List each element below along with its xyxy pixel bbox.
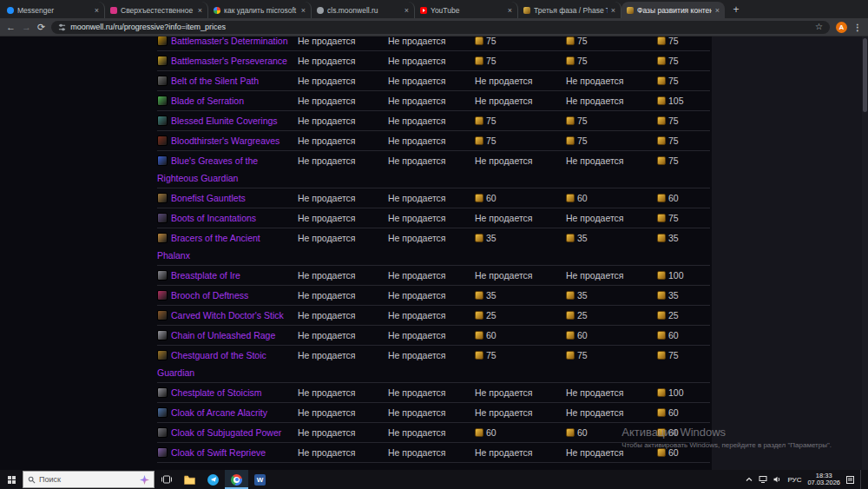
table-row: Blade of SerrationНе продаетсяНе продает… xyxy=(157,91,710,111)
tab-close-icon[interactable]: × xyxy=(95,6,99,15)
price-cell: 75 xyxy=(566,112,657,129)
item-icon xyxy=(157,36,168,46)
tray-expand-icon[interactable] xyxy=(746,477,753,482)
tab-title: Третья фаза / Phase Three - Н xyxy=(534,6,608,15)
gold-coin-icon xyxy=(566,311,575,320)
item-link[interactable]: Brooch of Deftness xyxy=(171,290,248,301)
tab-close-icon[interactable]: × xyxy=(198,6,202,15)
not-for-sale-cell: Не продается xyxy=(475,209,566,227)
bookmark-star-icon[interactable]: ☆ xyxy=(815,23,823,31)
item-link[interactable]: Blue's Greaves of the Righteous Guardian xyxy=(157,155,258,183)
chrome-button[interactable] xyxy=(225,470,248,489)
item-link[interactable]: Bracers of the Ancient Phalanx xyxy=(157,233,260,261)
start-button[interactable] xyxy=(0,470,23,489)
gold-coin-icon xyxy=(657,96,666,105)
browser-tab[interactable]: Сверхъестественное 14 сезон× xyxy=(105,2,208,18)
browser-tab[interactable]: как удалить microsoft teams -× xyxy=(208,2,312,18)
task-view-button[interactable] xyxy=(155,470,178,489)
item-link[interactable]: Cloak of Arcane Alacrity xyxy=(171,407,267,418)
table-row: Breastplate of IreНе продаетсяНе продает… xyxy=(157,266,710,286)
scrollbar-thumb[interactable] xyxy=(863,38,867,112)
item-link[interactable]: Battlemaster's Perseverance xyxy=(171,56,287,66)
browser-tab[interactable]: YouTube× xyxy=(415,2,518,18)
browser-tab[interactable]: cls.moonwell.ru× xyxy=(312,2,415,18)
new-tab-button[interactable]: + xyxy=(728,2,744,17)
gold-coin-icon xyxy=(657,136,666,145)
gold-coin-icon xyxy=(475,291,483,300)
word-button[interactable]: W xyxy=(248,470,272,489)
not-for-sale-cell: Не продается xyxy=(298,132,388,149)
item-link[interactable]: Carved Witch Doctor's Stick xyxy=(171,310,284,320)
price-cell: 100 xyxy=(657,267,710,284)
address-bar[interactable]: moonwell.ru/ru/progressive?info=item_pri… xyxy=(51,21,830,34)
gold-coin-icon xyxy=(475,36,483,45)
wow-favicon-icon xyxy=(627,7,634,14)
item-link[interactable]: Breastplate of Ire xyxy=(171,270,240,281)
item-link[interactable]: Chestplate of Stoicism xyxy=(171,387,261,398)
item-link[interactable]: Blade of Serration xyxy=(171,96,244,106)
item-link[interactable]: Bloodthirster's Wargreaves xyxy=(171,135,279,146)
item-link[interactable]: Blessed Elunite Coverings xyxy=(171,116,278,126)
gold-coin-icon xyxy=(657,311,666,320)
item-link[interactable]: Bonefist Gauntlets xyxy=(171,193,246,203)
gold-coin-icon xyxy=(657,56,666,65)
table-row: Brooch of DeftnessНе продаетсяНе продает… xyxy=(157,286,710,306)
browser-tab[interactable]: Messenger× xyxy=(2,2,105,18)
show-desktop-button[interactable] xyxy=(860,470,863,489)
back-icon[interactable]: ← xyxy=(6,23,16,32)
table-row: Boots of IncantationsНе продаетсяНе прод… xyxy=(157,208,710,228)
not-for-sale-cell: Не продается xyxy=(388,209,475,227)
gold-coin-icon xyxy=(657,331,666,340)
volume-icon[interactable] xyxy=(773,476,781,483)
tab-close-icon[interactable]: × xyxy=(715,6,720,15)
browser-tab[interactable]: Третья фаза / Phase Three - Н× xyxy=(518,2,621,18)
telegram-button[interactable] xyxy=(201,470,225,489)
item-icon xyxy=(157,135,168,146)
item-link[interactable]: Belt of the Silent Path xyxy=(171,76,259,86)
profile-avatar[interactable]: A xyxy=(836,22,847,33)
tab-close-icon[interactable]: × xyxy=(301,6,306,15)
tab-close-icon[interactable]: × xyxy=(508,6,512,15)
forward-icon[interactable]: → xyxy=(22,23,31,32)
gold-coin-icon xyxy=(475,311,483,320)
tab-close-icon[interactable]: × xyxy=(611,6,615,15)
price-value: 75 xyxy=(577,350,588,360)
not-for-sale-cell: Не продается xyxy=(566,152,657,169)
price-value: 75 xyxy=(486,350,496,360)
item-link[interactable]: Chain of Unleashed Rage xyxy=(171,330,275,340)
taskbar-clock[interactable]: 18:33 07.03.2026 xyxy=(807,472,840,486)
item-name-cell: Bloodthirster's Wargreaves xyxy=(157,132,298,149)
network-icon[interactable] xyxy=(759,476,767,483)
file-explorer-button[interactable] xyxy=(178,470,201,489)
search-highlights-icon[interactable] xyxy=(140,475,149,485)
item-link[interactable]: Cloak of Swift Reprieve xyxy=(171,447,266,458)
item-link[interactable]: Battlemaster's Determination xyxy=(171,36,287,46)
notifications-icon[interactable] xyxy=(846,476,854,484)
price-value: 75 xyxy=(668,116,679,126)
price-value: 60 xyxy=(577,330,588,340)
item-link[interactable]: Boots of Incantations xyxy=(171,213,256,223)
price-cell: 60 xyxy=(566,327,657,344)
item-link[interactable]: Chestguard of the Stoic Guardian xyxy=(157,350,266,378)
scrollbar[interactable] xyxy=(862,36,868,470)
price-cell: 75 xyxy=(475,132,566,149)
site-favicon-icon xyxy=(317,7,324,14)
refresh-icon[interactable]: ⟳ xyxy=(37,23,45,32)
gold-coin-icon xyxy=(566,116,575,125)
gold-coin-icon xyxy=(657,156,666,165)
browser-menu-icon[interactable]: ⋮ xyxy=(853,23,862,32)
tab-close-icon[interactable]: × xyxy=(404,6,409,15)
not-for-sale-cell: Не продается xyxy=(298,52,388,69)
price-cell: 75 xyxy=(566,132,657,149)
tune-icon[interactable] xyxy=(58,23,66,31)
price-value: 60 xyxy=(486,427,496,438)
language-indicator[interactable]: РУС xyxy=(787,476,801,484)
price-cell: 75 xyxy=(475,52,566,69)
item-link[interactable]: Cloak of Subjugated Power xyxy=(171,427,281,438)
browser-tab[interactable]: Фазы развития контента на М× xyxy=(621,2,725,18)
taskbar-search[interactable]: Поиск xyxy=(23,471,155,488)
item-icon xyxy=(157,427,168,438)
not-for-sale-cell: Не продается xyxy=(566,209,657,227)
price-cell: 105 xyxy=(657,92,710,109)
item-icon xyxy=(157,213,168,223)
